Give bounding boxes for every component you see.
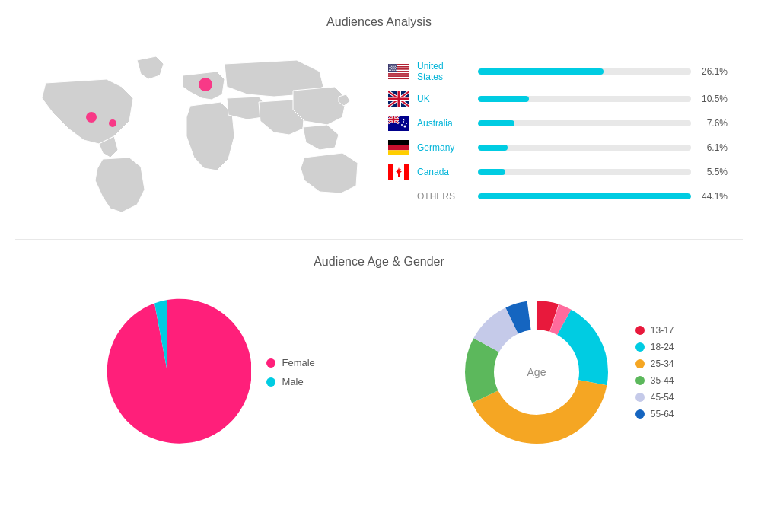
bar-uk (478, 96, 691, 102)
country-row-ca: Canada 5.5% (388, 164, 728, 180)
svg-point-30 (396, 67, 397, 68)
bar-fill-ca (478, 169, 505, 175)
dot-18-24 (635, 342, 645, 352)
bar-fill-us (478, 68, 604, 75)
age-gender-title: Audience Age & Gender (23, 255, 735, 269)
gender-legend: Female Male (266, 357, 314, 387)
svg-rect-53 (398, 174, 400, 177)
label-13-17: 13-17 (651, 325, 674, 336)
audiences-title: Audiences Analysis (23, 15, 735, 29)
legend-male: Male (266, 376, 314, 387)
age-gender-container: Female Male (23, 281, 735, 456)
label-35-44: 35-44 (651, 375, 674, 386)
age-donut-chart: Age (453, 288, 620, 456)
label-55-64: 55-64 (651, 409, 674, 419)
svg-point-23 (391, 66, 392, 67)
svg-rect-51 (388, 164, 393, 180)
pct-au: 7.6% (699, 118, 728, 129)
svg-point-18 (390, 65, 391, 65)
pct-ca: 5.5% (699, 167, 728, 177)
bar-us (478, 68, 691, 75)
bar-fill-uk (478, 96, 529, 102)
pct-others: 44.1% (699, 191, 728, 202)
svg-point-2 (109, 119, 116, 127)
svg-point-35 (389, 70, 390, 71)
bar-de (478, 145, 691, 151)
svg-point-17 (389, 65, 390, 65)
country-name-au: Australia (417, 118, 470, 129)
svg-point-43 (404, 126, 406, 128)
pct-de: 6.1% (699, 142, 728, 153)
legend-35-44: 35-44 (635, 375, 674, 386)
svg-point-0 (86, 112, 97, 123)
svg-rect-13 (388, 75, 409, 77)
age-gender-section: Audience Age & Gender (0, 240, 758, 471)
svg-rect-12 (388, 75, 409, 76)
bar-au (478, 120, 691, 126)
country-name-uk: UK (417, 94, 470, 104)
age-legend: 13-17 18-24 25-34 35-44 45-54 (635, 325, 674, 419)
svg-point-27 (390, 67, 391, 68)
dot-55-64 (635, 409, 645, 419)
svg-point-39 (396, 70, 397, 71)
gender-pie-chart (84, 288, 251, 456)
flag-us (388, 64, 409, 79)
svg-rect-48 (388, 145, 409, 151)
country-row-us: United States 26.1% (388, 61, 728, 82)
legend-45-54: 45-54 (635, 392, 674, 403)
country-row-de: Germany 6.1% (388, 140, 728, 155)
pct-uk: 10.5% (699, 94, 728, 104)
svg-point-29 (393, 67, 394, 68)
flag-others (388, 189, 409, 204)
svg-rect-14 (388, 77, 409, 78)
svg-point-33 (393, 68, 393, 69)
donut-center-label: Age (527, 366, 546, 378)
dot-25-34 (635, 359, 645, 368)
age-chart-area: Age 13-17 18-24 25-34 35-44 (453, 288, 674, 456)
svg-point-1 (199, 78, 212, 91)
svg-point-45 (406, 123, 407, 124)
svg-point-20 (393, 65, 394, 65)
label-45-54: 45-54 (651, 392, 674, 403)
country-row-au: Australia 7.6% (388, 116, 728, 131)
svg-point-26 (389, 67, 390, 68)
svg-point-44 (401, 124, 403, 126)
bar-fill-others (478, 193, 691, 199)
svg-rect-15 (388, 78, 409, 79)
audiences-section: Audiences Analysis (0, 0, 758, 239)
country-row-uk: UK 10.5% (388, 91, 728, 107)
svg-point-25 (395, 66, 396, 67)
country-list: United States 26.1% UK (388, 61, 735, 204)
legend-25-34: 25-34 (635, 358, 674, 369)
audiences-container: United States 26.1% UK (23, 41, 735, 224)
legend-18-24: 18-24 (635, 342, 674, 352)
bar-fill-au (478, 120, 514, 126)
gender-chart-area: Female Male (84, 288, 314, 456)
dot-35-44 (635, 376, 645, 385)
label-18-24: 18-24 (651, 342, 674, 352)
female-label: Female (282, 357, 314, 368)
svg-point-31 (390, 68, 390, 69)
flag-au (388, 116, 409, 131)
svg-point-19 (392, 65, 393, 65)
country-name-us: United States (417, 61, 470, 82)
svg-point-38 (393, 70, 394, 71)
pct-us: 26.1% (699, 66, 728, 77)
svg-point-22 (390, 66, 390, 67)
flag-de (388, 140, 409, 155)
bar-ca (478, 169, 691, 175)
svg-point-37 (392, 70, 393, 71)
bar-fill-de (478, 145, 508, 151)
legend-55-64: 55-64 (635, 409, 674, 419)
country-name-de: Germany (417, 142, 470, 153)
svg-point-32 (391, 68, 392, 69)
dot-45-54 (635, 393, 645, 402)
legend-13-17: 13-17 (635, 325, 674, 336)
world-map (23, 41, 365, 224)
male-label: Male (282, 376, 303, 387)
svg-rect-10 (388, 72, 409, 74)
svg-point-34 (395, 68, 396, 69)
legend-female: Female (266, 357, 314, 368)
svg-point-46 (403, 121, 404, 123)
label-25-34: 25-34 (651, 358, 674, 369)
